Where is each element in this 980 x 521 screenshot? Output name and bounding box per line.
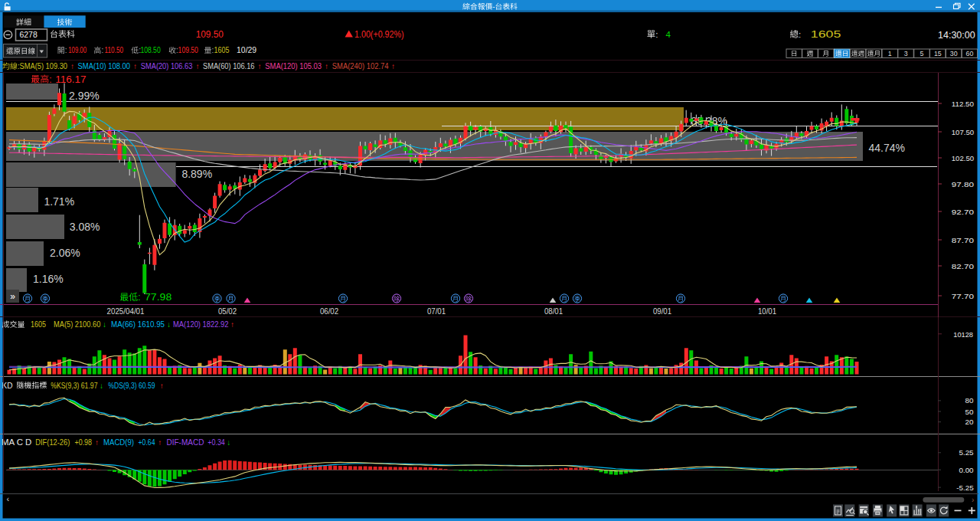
svg-text:+0.64: +0.64 xyxy=(139,438,155,447)
svg-text:82.70: 82.70 xyxy=(952,262,975,270)
svg-text:102.50: 102.50 xyxy=(952,154,975,162)
svg-text:4: 4 xyxy=(666,30,671,39)
svg-text:116.17: 116.17 xyxy=(55,74,86,85)
svg-text:80: 80 xyxy=(965,396,974,405)
svg-text:77.70: 77.70 xyxy=(952,292,975,300)
svg-text:60: 60 xyxy=(966,50,974,57)
svg-text:77.98: 77.98 xyxy=(145,292,172,303)
svg-text:»: » xyxy=(10,291,15,302)
svg-text:5.25: 5.25 xyxy=(959,448,975,457)
svg-text:92.70: 92.70 xyxy=(952,208,975,216)
svg-text:↑: ↑ xyxy=(160,382,164,390)
svg-text:‹: ‹ xyxy=(7,494,10,503)
svg-text::: : xyxy=(49,74,51,85)
svg-text:+0.98: +0.98 xyxy=(75,438,93,447)
svg-text:110.50: 110.50 xyxy=(105,46,124,54)
svg-text:08/01: 08/01 xyxy=(544,307,564,316)
svg-text:50: 50 xyxy=(965,408,974,416)
svg-text:1605: 1605 xyxy=(214,46,230,54)
svg-text:MA(5) 2100.60: MA(5) 2100.60 xyxy=(54,320,101,329)
svg-text:05/02: 05/02 xyxy=(218,307,237,316)
svg-text:DIF(12-26): DIF(12-26) xyxy=(35,438,70,447)
svg-text:↑: ↑ xyxy=(158,438,162,447)
svg-text:07/01: 07/01 xyxy=(427,307,446,316)
svg-text:↓: ↓ xyxy=(167,320,171,329)
svg-text:44.74%: 44.74% xyxy=(869,142,905,154)
svg-text:SMA(10) 108.00: SMA(10) 108.00 xyxy=(78,62,131,70)
svg-text:↑: ↑ xyxy=(196,62,200,70)
svg-text:14:30:00: 14:30:00 xyxy=(938,30,975,41)
svg-text:10128: 10128 xyxy=(953,330,973,339)
svg-text:DIF-MACD: DIF-MACD xyxy=(167,438,204,447)
svg-text:↑: ↑ xyxy=(391,62,395,70)
svg-text:1.00(+0.92%): 1.00(+0.92%) xyxy=(354,29,404,40)
svg-text::: : xyxy=(655,30,658,39)
svg-text:3.08%: 3.08% xyxy=(70,221,100,233)
svg-text:%KS(9,3) 61.97: %KS(9,3) 61.97 xyxy=(51,382,98,390)
svg-text:-: - xyxy=(492,2,495,11)
svg-text:3: 3 xyxy=(904,50,908,57)
svg-text:↑: ↑ xyxy=(230,320,234,329)
svg-text::: : xyxy=(65,46,67,54)
svg-text:6278: 6278 xyxy=(19,30,38,39)
svg-text:↓: ↓ xyxy=(103,320,106,329)
svg-text:1.16%: 1.16% xyxy=(33,273,64,285)
svg-text:↑: ↑ xyxy=(133,62,137,70)
svg-text:↑: ↑ xyxy=(258,62,262,70)
svg-text:SMA(60) 106.16: SMA(60) 106.16 xyxy=(203,62,255,70)
svg-text::: : xyxy=(101,46,103,54)
svg-text:30: 30 xyxy=(950,50,958,57)
svg-text:%DS(9,3) 60.59: %DS(9,3) 60.59 xyxy=(108,382,155,390)
svg-text:09/01: 09/01 xyxy=(653,307,672,316)
svg-text:2.06%: 2.06% xyxy=(50,247,80,259)
svg-text:↓: ↓ xyxy=(227,438,230,447)
svg-text:1605: 1605 xyxy=(811,29,841,40)
svg-text:5: 5 xyxy=(920,50,924,57)
svg-text:-5.25: -5.25 xyxy=(956,483,974,492)
svg-text:109.50: 109.50 xyxy=(196,29,224,40)
svg-text:MA(120) 1822.92: MA(120) 1822.92 xyxy=(173,320,229,329)
svg-text::: : xyxy=(799,30,801,39)
svg-text:108.50: 108.50 xyxy=(140,46,161,54)
svg-text:0.00: 0.00 xyxy=(959,466,975,474)
svg-text:10/01: 10/01 xyxy=(758,307,777,316)
svg-text:1.71%: 1.71% xyxy=(44,195,74,208)
svg-text:06/02: 06/02 xyxy=(320,307,339,316)
svg-text:8.89%: 8.89% xyxy=(181,168,212,180)
svg-text:10/29: 10/29 xyxy=(237,46,256,54)
svg-text:SMA(120) 105.03: SMA(120) 105.03 xyxy=(265,62,322,70)
svg-text::SMA(5) 109.30: :SMA(5) 109.30 xyxy=(18,62,67,70)
svg-text:+0.34: +0.34 xyxy=(207,438,225,447)
svg-text:MACD(9): MACD(9) xyxy=(103,438,134,447)
svg-text:107.50: 107.50 xyxy=(952,128,975,136)
svg-text:↓: ↓ xyxy=(100,382,103,390)
svg-text:20: 20 xyxy=(965,418,974,426)
svg-text:2025/04/01: 2025/04/01 xyxy=(107,307,145,316)
svg-text:MA(66) 1610.95: MA(66) 1610.95 xyxy=(111,320,165,329)
svg-text:109.00: 109.00 xyxy=(68,46,87,54)
svg-text:112.50: 112.50 xyxy=(952,100,975,108)
svg-text:2.99%: 2.99% xyxy=(69,90,100,102)
svg-text:↑: ↑ xyxy=(70,62,74,70)
svg-text:15: 15 xyxy=(934,50,942,57)
svg-text::: : xyxy=(138,292,140,303)
svg-text:1: 1 xyxy=(888,50,892,57)
svg-text:MA C D: MA C D xyxy=(2,437,31,447)
svg-text:97.80: 97.80 xyxy=(952,180,975,188)
svg-text:1605: 1605 xyxy=(31,320,46,329)
svg-text:›: › xyxy=(972,496,974,504)
svg-text:SMA(20) 106.63: SMA(20) 106.63 xyxy=(141,62,193,70)
svg-text:↑: ↑ xyxy=(325,62,328,70)
svg-text:↑: ↑ xyxy=(95,438,99,447)
svg-text:109.50: 109.50 xyxy=(178,46,199,54)
svg-text:SMA(240) 102.74: SMA(240) 102.74 xyxy=(332,62,389,70)
svg-text:87.70: 87.70 xyxy=(952,236,975,244)
